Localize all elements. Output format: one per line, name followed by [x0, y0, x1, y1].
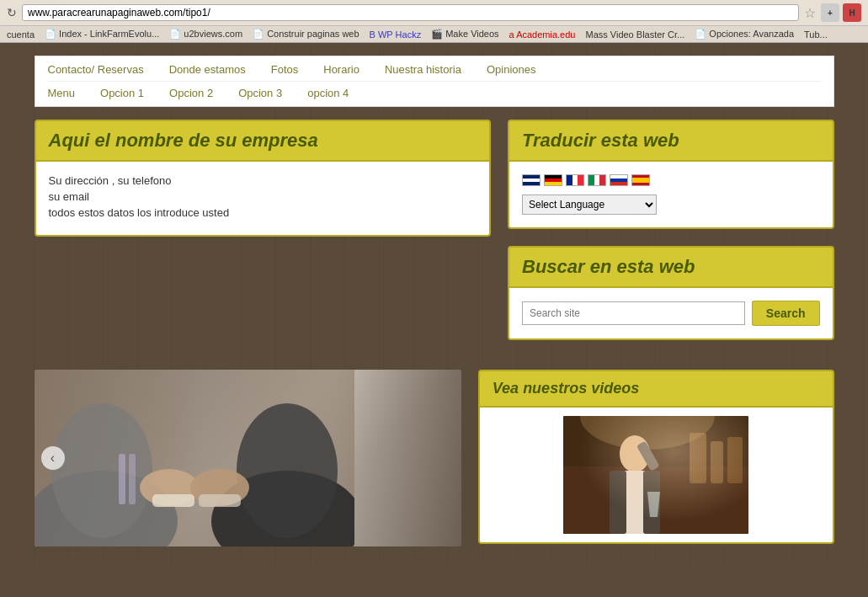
bookmark-massvideo[interactable]: Mass Video Blaster Cr...	[585, 29, 684, 40]
video-thumbnail[interactable]	[563, 416, 748, 534]
svg-rect-23	[563, 416, 748, 534]
nav-historia[interactable]: Nuestra historia	[385, 63, 461, 76]
svg-point-2	[51, 403, 152, 538]
bookmark-linkfarm[interactable]: 📄 Index - LinkFarmEvolu...	[45, 29, 159, 40]
browser-extensions: + H	[821, 3, 861, 22]
nav-opiniones[interactable]: Opiniones	[487, 63, 536, 76]
svg-rect-12	[563, 466, 748, 534]
bookmark-u2b[interactable]: 📄 u2bviews.com	[169, 29, 242, 40]
bookmark-opciones[interactable]: 📄 Opciones: Avanzada	[695, 29, 794, 40]
nav-opcion4[interactable]: opcion 4	[307, 87, 349, 99]
svg-marker-22	[647, 492, 660, 517]
svg-rect-13	[690, 433, 706, 483]
nav-menu[interactable]: Menu	[48, 87, 76, 99]
search-title-box: Buscar en esta web	[508, 246, 834, 288]
reload-icon[interactable]: ↻	[7, 6, 17, 19]
bookmark-star-icon[interactable]: ☆	[804, 5, 816, 21]
company-info-card: Su dirección , su telefono su email todo…	[35, 162, 492, 237]
right-column: Traducir esta web Select Language	[508, 120, 834, 357]
company-description: todos estos datos los introduce usted	[49, 206, 477, 219]
flag-it[interactable]	[588, 174, 606, 186]
nav-opcion1[interactable]: Opcion 1	[100, 87, 144, 99]
svg-rect-18	[614, 471, 660, 534]
address-input[interactable]	[22, 4, 799, 21]
nav-opcion3[interactable]: Opcion 3	[238, 87, 282, 99]
svg-point-16	[580, 416, 715, 450]
svg-rect-20	[643, 471, 660, 534]
svg-point-4	[237, 403, 338, 538]
flag-fr[interactable]	[566, 174, 584, 186]
ext-btn-1[interactable]: +	[821, 3, 839, 22]
company-column: Aqui el nombre de su empresa Su direcció…	[35, 120, 492, 357]
svg-rect-14	[711, 441, 723, 483]
videos-title: Vea nuestros videos	[493, 380, 820, 397]
flag-ru[interactable]	[610, 174, 628, 186]
videos-body	[478, 408, 834, 544]
address-bar: ↻ ☆ + H	[0, 0, 868, 25]
navigation-area: Contacto/ Reservas Donde estamos Fotos H…	[35, 56, 834, 107]
search-button[interactable]: Search	[752, 301, 820, 326]
company-title: Aqui el nombre de su empresa	[49, 130, 477, 152]
search-row: Search	[522, 301, 820, 326]
translate-widget: Traducir esta web Select Language	[508, 120, 834, 229]
svg-rect-7	[152, 494, 194, 507]
bookmark-cuenta[interactable]: cuenta	[7, 29, 35, 40]
flag-uk[interactable]	[522, 174, 541, 186]
video-svg	[563, 416, 748, 534]
videos-column: Vea nuestros videos	[478, 370, 834, 546]
bookmark-academia[interactable]: a Academia.edu	[509, 29, 576, 40]
language-select[interactable]: Select Language English Español Français…	[522, 195, 657, 215]
svg-rect-15	[727, 437, 743, 483]
search-input[interactable]	[522, 301, 745, 325]
bookmark-wphackz[interactable]: B WP Hackz	[370, 29, 422, 40]
page-wrapper: Contacto/ Reservas Donde estamos Fotos H…	[0, 43, 868, 563]
company-title-box: Aqui el nombre de su empresa	[35, 120, 492, 162]
ext-btn-2[interactable]: H	[843, 3, 861, 22]
main-container: Contacto/ Reservas Donde estamos Fotos H…	[35, 56, 834, 546]
search-body: Search	[508, 288, 834, 340]
nav-primary: Contacto/ Reservas Donde estamos Fotos H…	[48, 63, 821, 82]
bookmark-tub[interactable]: Tub...	[804, 29, 828, 40]
bookmark-makevideos[interactable]: 🎬 Make Videos	[431, 29, 498, 40]
svg-rect-21	[636, 440, 660, 471]
nav-opcion2[interactable]: Opcion 2	[169, 87, 213, 99]
video-person-image	[563, 416, 748, 534]
nav-secondary: Menu Opcion 1 Opcion 2 Opcion 3 opcion 4	[48, 87, 821, 99]
translate-title-box: Traducir esta web	[508, 120, 834, 162]
bookmark-construir[interactable]: 📄 Construir paginas web	[253, 29, 359, 40]
nav-contacto[interactable]: Contacto/ Reservas	[48, 63, 144, 76]
svg-rect-11	[563, 416, 748, 534]
flags-container	[522, 174, 820, 186]
translate-title: Traducir esta web	[522, 130, 820, 152]
company-address: Su dirección , su telefono	[49, 174, 477, 187]
flag-es[interactable]	[631, 174, 650, 186]
svg-rect-9	[119, 454, 125, 504]
search-widget: Buscar en esta web Search	[508, 246, 834, 340]
nav-donde[interactable]: Donde estamos	[169, 63, 246, 76]
image-column: ‹	[35, 370, 461, 546]
nav-fotos[interactable]: Fotos	[271, 63, 299, 76]
browser-chrome: ↻ ☆ + H cuenta 📄 Index - LinkFarmEvolu..…	[0, 0, 868, 43]
translate-body: Select Language English Español Français…	[508, 162, 834, 229]
bottom-columns: ‹ Vea nuestros videos	[35, 370, 834, 546]
two-column-layout: Aqui el nombre de su empresa Su direcció…	[35, 120, 834, 357]
svg-rect-19	[610, 471, 626, 534]
nav-horario[interactable]: Horario	[323, 63, 359, 76]
handshake-image: ‹	[35, 370, 461, 546]
svg-rect-10	[129, 454, 136, 504]
bookmarks-bar: cuenta 📄 Index - LinkFarmEvolu... 📄 u2bv…	[0, 25, 868, 42]
handshake-svg	[35, 370, 354, 546]
svg-rect-8	[199, 494, 241, 507]
flag-de[interactable]	[544, 174, 562, 186]
videos-title-box: Vea nuestros videos	[478, 370, 834, 408]
svg-point-17	[620, 435, 650, 472]
company-email: su email	[49, 190, 477, 203]
prev-button[interactable]: ‹	[41, 446, 65, 470]
search-title: Buscar en esta web	[522, 256, 820, 278]
